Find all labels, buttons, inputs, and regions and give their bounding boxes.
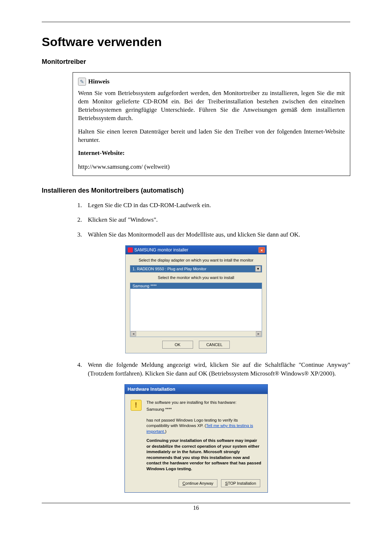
scroll-right-icon[interactable]: ► [256, 331, 261, 336]
hinweis-note-box: ✎ Hinweis Wenn Sie vom Betriebssystem au… [73, 72, 350, 176]
step-4: Wenn die folgende Meldung angezeigt wird… [83, 361, 350, 378]
installer-close-button[interactable]: × [258, 247, 265, 253]
steps-ordered-list: Legen Sie die CD in das CD-ROM-Laufwerk … [73, 201, 350, 239]
continue-anyway-button[interactable]: Continue Anyway [179, 479, 217, 487]
chevron-down-icon[interactable]: ▼ [255, 266, 261, 272]
hardware-installation-dialog: Hardware Installation ! The software you… [124, 384, 268, 493]
installer-instruction-2: Select the monitor which you want to ins… [130, 275, 262, 280]
note-website-label: Internet-Website: [78, 149, 345, 157]
samsung-installer-dialog: SAMSUNG monitor installer × Select the d… [125, 245, 267, 353]
installer-list-selected-item[interactable]: Samsung **** [130, 283, 262, 289]
note-url: http://www.samsung.com/ (weltweit) [78, 163, 345, 171]
step-2: Klicken Sie auf "Windows". [83, 216, 350, 225]
step-1: Legen Sie die CD in das CD-ROM-Laufwerk … [83, 201, 350, 210]
warning-icon: ! [131, 400, 142, 411]
hw-titlebar: Hardware Installation [125, 385, 268, 394]
note-title: Hinweis [88, 78, 110, 85]
top-horizontal-rule [42, 22, 350, 22]
page-title: Software verwenden [42, 35, 350, 49]
installer-adapter-value: 1. RADEON 9550 : Plug and Play Monitor [132, 267, 207, 271]
note-paragraph-1: Wenn Sie vom Betriebssystem aufgefordert… [78, 89, 345, 123]
step-3: Wählen Sie das Monitormodell aus der Mod… [83, 230, 350, 239]
hw-text-line2: has not passed Windows Logo testing to v… [147, 418, 262, 435]
page-number: 16 [42, 505, 350, 511]
scroll-left-icon[interactable]: ◄ [131, 331, 136, 336]
installer-monitor-listbox[interactable]: Samsung **** ◄ ► [130, 283, 262, 337]
installer-cancel-button[interactable]: CANCEL [199, 341, 230, 349]
installer-instruction-1: Select the display adapter on which you … [130, 258, 262, 262]
hw-text-line1: The software you are installing for this… [147, 400, 262, 406]
note-icon: ✎ [78, 78, 86, 86]
hw-product-name: Samsung **** [147, 407, 262, 413]
stop-installation-button[interactable]: STOP Installation [221, 479, 260, 487]
installer-app-icon [128, 247, 133, 253]
installer-horizontal-scrollbar[interactable]: ◄ ► [130, 331, 262, 337]
installer-titlebar: SAMSUNG monitor installer × [126, 246, 266, 254]
bottom-horizontal-rule [42, 503, 350, 503]
installer-adapter-select[interactable]: 1. RADEON 9550 : Plug and Play Monitor ▼ [130, 265, 262, 272]
note-paragraph-2: Halten Sie einen leeren Datenträger bere… [78, 128, 345, 144]
installer-ok-button[interactable]: OK [162, 341, 193, 349]
section-heading-installieren: Installieren des Monitortreibers (automa… [42, 187, 350, 194]
steps-ordered-list-continued: Wenn die folgende Meldung angezeigt wird… [73, 361, 350, 378]
installer-title-text: SAMSUNG monitor installer [134, 247, 188, 253]
hw-text-warning: Continuing your installation of this sof… [147, 438, 262, 472]
section-heading-monitortreiber: Monitortreiber [42, 58, 350, 66]
